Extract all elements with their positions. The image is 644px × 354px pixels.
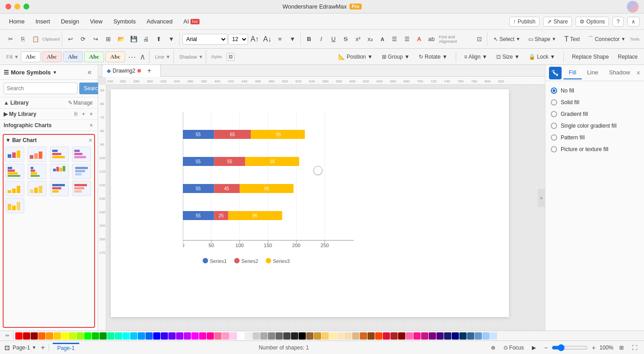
fill-option-picture[interactable]: Picture or texture fill — [551, 143, 639, 155]
save-button[interactable]: 💾 — [128, 33, 140, 45]
menu-item-symbols[interactable]: Symbols — [109, 16, 141, 27]
publish-button[interactable]: ↑ Publish — [509, 17, 540, 27]
paste-button[interactable]: 📋 — [30, 33, 41, 45]
zoom-out-button[interactable]: − — [542, 344, 550, 352]
subscript-button[interactable]: x₂ — [364, 33, 376, 45]
right-panel-close[interactable]: × — [636, 69, 640, 77]
palette-color[interactable] — [61, 332, 68, 340]
chart-thumb-8[interactable] — [72, 164, 91, 179]
palette-color[interactable] — [153, 332, 160, 340]
fill-option-solid[interactable]: Solid fill — [551, 97, 639, 108]
underline-button[interactable]: U — [328, 33, 339, 45]
palette-color[interactable] — [276, 332, 283, 340]
bullet-list-button[interactable]: ☰ — [389, 33, 400, 45]
more-history[interactable]: ▼ — [166, 33, 177, 45]
palette-color[interactable] — [490, 332, 497, 340]
palette-color[interactable] — [176, 332, 183, 340]
tab-line[interactable]: Line — [582, 66, 604, 79]
palette-color[interactable] — [84, 332, 91, 340]
add-tab-button[interactable]: + — [143, 66, 156, 76]
palette-color[interactable] — [245, 332, 252, 340]
position-button[interactable]: 📐 Position ▼ — [336, 53, 375, 61]
chart-thumb-12[interactable] — [72, 181, 91, 196]
font-color-button[interactable]: A — [413, 33, 425, 45]
palette-color[interactable] — [390, 332, 398, 340]
palette-color[interactable] — [283, 332, 290, 340]
style-swatch-2[interactable]: Abc — [42, 51, 62, 62]
palette-color[interactable] — [23, 332, 30, 340]
canvas-tab-drawing2[interactable]: ◆ Drawing2 + — [102, 65, 161, 77]
strikethrough-button[interactable]: S — [340, 33, 351, 45]
palette-color[interactable] — [291, 332, 298, 340]
palette-color[interactable] — [268, 332, 275, 340]
infographic-charts-title[interactable]: Infographic Charts — [4, 122, 52, 129]
highlight-button[interactable]: ab — [426, 33, 437, 45]
fullscreen-button[interactable]: ⛶ — [630, 344, 639, 352]
style-swatch-4[interactable]: Abc — [84, 51, 104, 62]
page-dropdown-chevron[interactable]: ▼ — [32, 345, 36, 350]
palette-color[interactable] — [253, 332, 260, 340]
palette-color[interactable] — [168, 332, 176, 340]
chart-thumb-2[interactable] — [27, 147, 46, 162]
palette-color[interactable] — [46, 332, 53, 340]
my-library-copy-btn[interactable]: ⎘ — [73, 110, 79, 118]
chart-thumb-10[interactable] — [27, 181, 46, 196]
palette-color[interactable] — [31, 332, 38, 340]
palette-color[interactable] — [444, 332, 451, 340]
page-layout-button[interactable]: ⊡ — [5, 344, 10, 351]
menu-item-ai[interactable]: AI hot — [179, 16, 204, 27]
bar-chart-close-btn[interactable]: × — [89, 137, 92, 144]
chart-thumb-9[interactable] — [5, 181, 24, 196]
align-button[interactable]: ≡ — [274, 33, 286, 45]
export-button[interactable]: ⬆ — [153, 33, 165, 45]
copy-button[interactable]: ⎘ — [17, 33, 29, 45]
palette-color[interactable] — [375, 332, 382, 340]
palette-color[interactable] — [459, 332, 467, 340]
bold-button[interactable]: B — [304, 33, 315, 45]
menu-item-home[interactable]: Home — [5, 16, 29, 27]
layers-button[interactable]: ⊕ — [489, 344, 498, 352]
styles-expand[interactable]: ⊡ — [227, 53, 235, 61]
palette-color[interactable] — [260, 332, 268, 340]
fill-icon-button[interactable] — [549, 67, 562, 79]
canvas-handle[interactable] — [313, 166, 322, 175]
undo-button[interactable]: ↩ — [65, 33, 77, 45]
menu-item-advanced[interactable]: Advanced — [142, 16, 177, 27]
text-tool[interactable]: T Text — [561, 33, 584, 45]
print-button[interactable]: 🖨 — [141, 33, 152, 45]
italic-button[interactable]: I — [316, 33, 327, 45]
font-size-increase[interactable]: A↑ — [249, 33, 261, 45]
chart-thumb-13[interactable] — [5, 198, 24, 213]
palette-color[interactable] — [161, 332, 168, 340]
replace-shape-button[interactable]: Replace Shape — [569, 53, 612, 61]
fill-option-pattern[interactable]: Pattern fill — [551, 132, 639, 143]
palette-color[interactable] — [184, 332, 191, 340]
drawing-canvas[interactable]: 0 50 100 150 200 250 — [106, 85, 545, 331]
chart-thumb-11[interactable] — [50, 181, 69, 196]
style-swatch-3[interactable]: Abc — [63, 51, 83, 62]
zoom-in-button[interactable]: + — [590, 344, 598, 352]
palette-color[interactable] — [345, 332, 352, 340]
maximize-button[interactable] — [23, 4, 29, 9]
palette-color[interactable] — [107, 332, 114, 340]
palette-color[interactable] — [138, 332, 145, 340]
fill-option-no-fill[interactable]: No fill — [551, 85, 639, 97]
palette-color[interactable] — [237, 332, 245, 340]
panel-expand-right[interactable]: » — [538, 189, 545, 207]
panel-collapse-button[interactable]: « — [85, 68, 94, 77]
select-tool[interactable]: ↖ Select ▼ — [490, 34, 524, 44]
palette-color[interactable] — [130, 332, 137, 340]
cut-button[interactable]: ✂ — [5, 33, 16, 45]
group-button[interactable]: ⊞ Group ▼ — [379, 53, 413, 61]
size-button[interactable]: ⊡ Size ▼ — [494, 53, 522, 61]
tab-fill[interactable]: Fill — [563, 66, 582, 79]
palette-color[interactable] — [475, 332, 482, 340]
infographic-close-btn[interactable]: × — [88, 122, 94, 129]
add-page-button[interactable]: + — [41, 344, 45, 352]
palette-color[interactable] — [352, 332, 359, 340]
lock-button[interactable]: 🔒 Lock ▼ — [526, 53, 558, 61]
list-button[interactable]: ☰ — [401, 33, 413, 45]
palette-color[interactable] — [145, 332, 153, 340]
font-size-select[interactable]: 12 — [228, 34, 248, 45]
palette-color[interactable] — [92, 332, 99, 340]
